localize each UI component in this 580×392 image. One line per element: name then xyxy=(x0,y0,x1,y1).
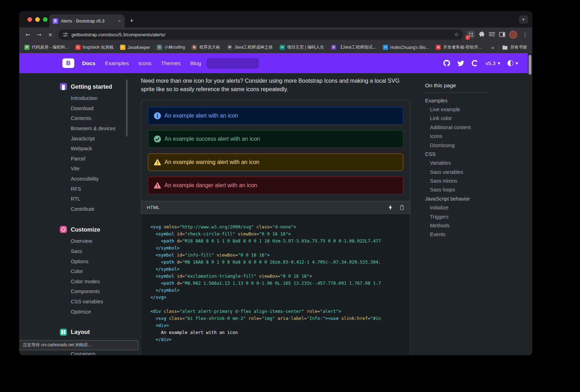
minimize-window-button[interactable] xyxy=(35,17,40,22)
new-tab-button[interactable]: + xyxy=(127,16,137,26)
toc-item[interactable]: Sass variables xyxy=(425,167,489,176)
toc-item[interactable]: Live example xyxy=(425,105,489,114)
toc-item[interactable]: Methods xyxy=(425,221,489,230)
edit-stackblitz-icon[interactable] xyxy=(388,205,393,210)
toc-item[interactable]: Events xyxy=(425,230,489,239)
sidebar-item-color[interactable]: Color xyxy=(71,266,127,277)
toc-panel: On this page ExamplesLive exampleLink co… xyxy=(425,82,489,239)
bookmark-item[interactable]: 面【Java工程师面试... xyxy=(331,44,376,50)
media-controls-icon[interactable] xyxy=(489,31,495,38)
toc-item[interactable]: Additional content xyxy=(425,123,489,132)
sidebar-item-vite[interactable]: Vite xyxy=(71,164,127,174)
toc-item[interactable]: Icons xyxy=(425,132,489,141)
sidebar-item-optimize[interactable]: Optimize xyxy=(71,306,127,317)
sidebar-item-parcel[interactable]: Parcel xyxy=(71,154,127,164)
bookmark-item[interactable]: 小小林coding xyxy=(157,44,185,50)
code-line: </div> xyxy=(150,336,401,343)
code-block[interactable]: <svg xmlns="http://www.w3.org/2000/svg" … xyxy=(141,214,410,355)
sidebar-item-accessibility[interactable]: Accessibility xyxy=(71,174,127,184)
version-dropdown[interactable]: v5.3 ▼ xyxy=(486,60,500,66)
sidebar-section-header[interactable]: Getting started xyxy=(60,83,127,90)
bookmark-label: bugstack 虫洞栈 xyxy=(83,44,113,50)
bookmark-item[interactable]: 栈开发者客栈-帮助开... xyxy=(436,44,482,50)
toc-item[interactable]: Dismissing xyxy=(425,141,489,150)
sidebar-item-rfs[interactable]: RFS xyxy=(71,184,127,194)
sidebar-scrollbar[interactable] xyxy=(126,80,127,137)
nav-link-themes[interactable]: Themes xyxy=(161,60,181,67)
stop-loading-button[interactable]: × xyxy=(45,29,56,40)
bookmark-item[interactable]: HHollisChuang's Blo... xyxy=(383,45,429,50)
toc-item[interactable]: CSS xyxy=(425,150,489,158)
sidebar-item-components[interactable]: Components xyxy=(71,286,127,297)
toc-item[interactable]: Variables xyxy=(425,159,489,167)
bootstrap-logo[interactable]: B xyxy=(62,58,74,68)
toc-item[interactable]: Triggers xyxy=(425,212,489,221)
extension-icon[interactable]: 1 xyxy=(467,31,475,38)
theme-toggle-dropdown[interactable]: ▼ xyxy=(507,60,518,66)
sidebar-section-header[interactable]: Layout xyxy=(60,324,127,336)
bookmark-item[interactable]: 彬程序员大彬 xyxy=(192,44,220,50)
sidebar-item-rtl[interactable]: RTL xyxy=(71,194,127,204)
sidebar-item-contents[interactable]: Contents xyxy=(71,113,127,124)
browser-menu-icon[interactable]: ⋮ xyxy=(521,29,529,40)
nav-link-blog[interactable]: Blog xyxy=(190,60,201,67)
code-line: <symbol id="info-fill" viewBox="0 0 16 1… xyxy=(150,252,401,259)
tab-search-button[interactable]: ▾ xyxy=(519,15,528,24)
bookmark-star-icon[interactable]: ☆ xyxy=(454,31,459,38)
url-text[interactable]: getbootstrap.com/docs/5.3/components/ale… xyxy=(71,32,451,37)
code-line: <path d="M8.982 1.566a1.13 1.13 0 0 0-1.… xyxy=(150,280,401,287)
sidebar-item-introduction[interactable]: Introduction xyxy=(71,93,127,103)
extensions-puzzle-icon[interactable] xyxy=(479,31,485,38)
bookmark-item[interactable]: W项目主页 | 编码人生 xyxy=(280,44,324,50)
page-scrollbar-thumb[interactable] xyxy=(529,55,531,75)
sidebar-section-title: Layout xyxy=(71,329,90,335)
nav-link-docs[interactable]: Docs xyxy=(82,60,95,67)
side-panel-icon[interactable] xyxy=(499,31,505,38)
toc-item[interactable]: JavaScript behavior xyxy=(425,194,489,203)
alert-success: An example success alert with an icon xyxy=(148,130,403,148)
close-window-button[interactable] xyxy=(27,17,32,22)
sidebar-item-overview[interactable]: Overview xyxy=(71,236,127,246)
tab-close-icon[interactable]: × xyxy=(117,18,121,24)
sidebar-section-header[interactable]: Customize xyxy=(60,221,127,233)
github-icon[interactable] xyxy=(443,60,450,67)
sidebar-item-browsers-devices[interactable]: Browsers & devices xyxy=(71,124,127,134)
all-bookmarks-button[interactable]: 所有书签 xyxy=(502,44,527,50)
address-bar[interactable]: getbootstrap.com/docs/5.3/components/ale… xyxy=(58,30,463,40)
warning-icon xyxy=(154,182,161,189)
twitter-icon[interactable] xyxy=(457,60,464,67)
back-button[interactable]: ← xyxy=(23,29,33,40)
nav-link-icons[interactable]: Icons xyxy=(138,60,151,67)
bookmark-item[interactable]: 虫bugstack 虫洞栈 xyxy=(75,44,113,50)
toc-item[interactable]: Initialize xyxy=(425,203,489,212)
bookmark-label: JavaKeeper xyxy=(127,45,150,50)
bookmark-item[interactable]: 厨代码厨房 - 编程和... xyxy=(24,44,69,50)
profile-avatar[interactable] xyxy=(509,31,517,39)
toc-item[interactable]: Sass loops xyxy=(425,185,489,194)
toc-item[interactable]: Sass mixins xyxy=(425,176,489,185)
bookmark-item[interactable]: KJavaKeeper xyxy=(120,45,150,50)
forward-button[interactable]: → xyxy=(34,29,44,40)
site-info-icon[interactable] xyxy=(63,32,68,37)
sidebar-item-javascript[interactable]: JavaScript xyxy=(71,133,127,144)
opencollective-icon[interactable] xyxy=(472,60,478,67)
toc-item[interactable]: Examples xyxy=(425,96,489,105)
bookmark-item[interactable]: 神Java工程师成神之路 xyxy=(227,44,273,50)
copy-clipboard-icon[interactable] xyxy=(399,205,404,210)
zoom-window-button[interactable] xyxy=(43,17,48,22)
code-line: <svg class="bi flex-shrink-0 me-2" role=… xyxy=(150,315,401,322)
sidebar-item-options[interactable]: Options xyxy=(71,256,127,266)
sidebar-item-color-modes[interactable]: Color modes xyxy=(71,277,127,287)
docs-search-input[interactable] xyxy=(207,58,259,69)
sidebar-item-webpack[interactable]: Webpack xyxy=(71,144,127,154)
sidebar-item-contribute[interactable]: Contribute xyxy=(71,204,127,214)
page-scrollbar[interactable] xyxy=(528,53,532,355)
sidebar-item-sass[interactable]: Sass xyxy=(71,246,127,257)
sidebar-item-css-variables[interactable]: CSS variables xyxy=(71,297,127,307)
bookmarks-overflow-chevron[interactable]: » xyxy=(491,45,495,50)
info-icon xyxy=(154,112,161,119)
nav-link-examples[interactable]: Examples xyxy=(105,60,129,67)
browser-tab[interactable]: B Alerts · Bootstrap v5.3 × xyxy=(49,14,125,27)
toc-item[interactable]: Link color xyxy=(425,114,489,123)
sidebar-item-download[interactable]: Download xyxy=(71,103,127,114)
